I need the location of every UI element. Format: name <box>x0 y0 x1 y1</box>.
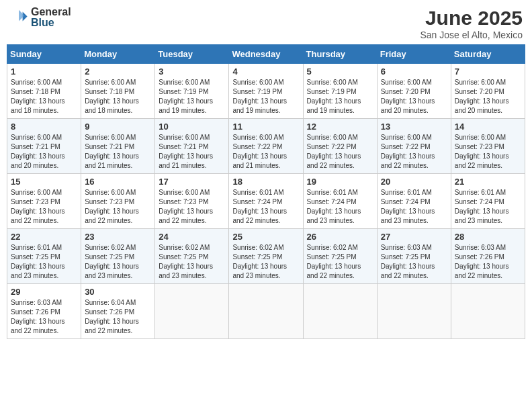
calendar-cell: 4 Sunrise: 6:00 AMSunset: 7:19 PMDayligh… <box>229 64 303 119</box>
title-section: June 2025 San Jose el Alto, Mexico <box>420 7 523 40</box>
cell-info: Sunrise: 6:00 AMSunset: 7:23 PMDaylight:… <box>159 189 213 224</box>
cell-info: Sunrise: 6:01 AMSunset: 7:25 PMDaylight:… <box>11 244 65 279</box>
day-of-week-header: Sunday <box>7 45 81 64</box>
calendar-cell: 1 Sunrise: 6:00 AMSunset: 7:18 PMDayligh… <box>7 64 81 119</box>
calendar-week-row: 29 Sunrise: 6:03 AMSunset: 7:26 PMDaylig… <box>7 284 525 339</box>
calendar-cell: 11 Sunrise: 6:00 AMSunset: 7:22 PMDaylig… <box>229 119 303 174</box>
cell-info: Sunrise: 6:02 AMSunset: 7:25 PMDaylight:… <box>307 244 361 279</box>
day-number: 20 <box>381 177 447 187</box>
day-number: 2 <box>85 66 151 77</box>
calendar-cell: 7 Sunrise: 6:00 AMSunset: 7:20 PMDayligh… <box>451 64 525 119</box>
day-number: 29 <box>11 287 77 297</box>
cell-info: Sunrise: 6:00 AMSunset: 7:23 PMDaylight:… <box>11 189 65 224</box>
logo-blue: Blue <box>31 17 71 28</box>
calendar-cell: 18 Sunrise: 6:01 AMSunset: 7:24 PMDaylig… <box>229 174 303 229</box>
cell-info: Sunrise: 6:00 AMSunset: 7:18 PMDaylight:… <box>85 79 139 114</box>
day-number: 4 <box>232 66 299 77</box>
page-header: General Blue June 2025 San Jose el Alto,… <box>7 7 525 40</box>
day-number: 15 <box>11 177 77 187</box>
calendar-cell: 17 Sunrise: 6:00 AMSunset: 7:23 PMDaylig… <box>155 174 229 229</box>
cell-info: Sunrise: 6:02 AMSunset: 7:25 PMDaylight:… <box>159 244 213 279</box>
cell-info: Sunrise: 6:00 AMSunset: 7:19 PMDaylight:… <box>232 79 287 114</box>
calendar-cell: 26 Sunrise: 6:02 AMSunset: 7:25 PMDaylig… <box>303 229 377 284</box>
calendar-cell: 20 Sunrise: 6:01 AMSunset: 7:24 PMDaylig… <box>377 174 451 229</box>
day-number: 18 <box>232 177 299 187</box>
calendar-cell: 27 Sunrise: 6:03 AMSunset: 7:25 PMDaylig… <box>377 229 451 284</box>
cell-info: Sunrise: 6:00 AMSunset: 7:22 PMDaylight:… <box>307 134 361 169</box>
day-number: 10 <box>159 122 225 132</box>
calendar-cell: 30 Sunrise: 6:04 AMSunset: 7:26 PMDaylig… <box>81 284 155 339</box>
day-number: 11 <box>232 122 299 132</box>
calendar-cell: 5 Sunrise: 6:00 AMSunset: 7:19 PMDayligh… <box>303 64 377 119</box>
day-of-week-header: Friday <box>377 45 451 64</box>
calendar-cell: 25 Sunrise: 6:02 AMSunset: 7:25 PMDaylig… <box>229 229 303 284</box>
calendar-cell: 13 Sunrise: 6:00 AMSunset: 7:22 PMDaylig… <box>377 119 451 174</box>
calendar-cell <box>229 284 303 339</box>
calendar-cell <box>155 284 229 339</box>
cell-info: Sunrise: 6:01 AMSunset: 7:24 PMDaylight:… <box>455 189 509 224</box>
calendar-header-row: SundayMondayTuesdayWednesdayThursdayFrid… <box>7 45 525 64</box>
day-number: 3 <box>159 66 225 77</box>
cell-info: Sunrise: 6:00 AMSunset: 7:21 PMDaylight:… <box>85 134 139 169</box>
calendar-table: SundayMondayTuesdayWednesdayThursdayFrid… <box>7 44 525 339</box>
calendar-week-row: 1 Sunrise: 6:00 AMSunset: 7:18 PMDayligh… <box>7 64 525 119</box>
calendar-cell: 10 Sunrise: 6:00 AMSunset: 7:21 PMDaylig… <box>155 119 229 174</box>
cell-info: Sunrise: 6:04 AMSunset: 7:26 PMDaylight:… <box>85 299 139 334</box>
cell-info: Sunrise: 6:00 AMSunset: 7:22 PMDaylight:… <box>232 134 287 169</box>
day-number: 28 <box>455 232 521 242</box>
cell-info: Sunrise: 6:03 AMSunset: 7:25 PMDaylight:… <box>381 244 435 279</box>
calendar-week-row: 8 Sunrise: 6:00 AMSunset: 7:21 PMDayligh… <box>7 119 525 174</box>
day-number: 6 <box>381 66 447 77</box>
day-number: 17 <box>159 177 225 187</box>
month-title: June 2025 <box>420 7 523 30</box>
day-number: 14 <box>455 122 521 132</box>
calendar-week-row: 15 Sunrise: 6:00 AMSunset: 7:23 PMDaylig… <box>7 174 525 229</box>
calendar-cell: 12 Sunrise: 6:00 AMSunset: 7:22 PMDaylig… <box>303 119 377 174</box>
cell-info: Sunrise: 6:00 AMSunset: 7:21 PMDaylight:… <box>159 134 213 169</box>
day-of-week-header: Thursday <box>303 45 377 64</box>
day-number: 19 <box>307 177 373 187</box>
cell-info: Sunrise: 6:01 AMSunset: 7:24 PMDaylight:… <box>232 189 287 224</box>
logo: General Blue <box>9 7 71 28</box>
cell-info: Sunrise: 6:00 AMSunset: 7:18 PMDaylight:… <box>11 79 65 114</box>
logo-general: General <box>31 7 71 17</box>
calendar-cell: 3 Sunrise: 6:00 AMSunset: 7:19 PMDayligh… <box>155 64 229 119</box>
day-number: 5 <box>307 66 373 77</box>
day-number: 1 <box>11 66 77 77</box>
cell-info: Sunrise: 6:02 AMSunset: 7:25 PMDaylight:… <box>232 244 287 279</box>
day-number: 7 <box>455 66 521 77</box>
day-number: 21 <box>455 177 521 187</box>
day-of-week-header: Monday <box>81 45 155 64</box>
day-number: 16 <box>85 177 151 187</box>
cell-info: Sunrise: 6:00 AMSunset: 7:20 PMDaylight:… <box>455 79 509 114</box>
logo-text: General Blue <box>31 7 71 28</box>
day-number: 22 <box>11 232 77 242</box>
cell-info: Sunrise: 6:00 AMSunset: 7:23 PMDaylight:… <box>85 189 139 224</box>
calendar-cell: 19 Sunrise: 6:01 AMSunset: 7:24 PMDaylig… <box>303 174 377 229</box>
calendar-cell: 22 Sunrise: 6:01 AMSunset: 7:25 PMDaylig… <box>7 229 81 284</box>
cell-info: Sunrise: 6:00 AMSunset: 7:21 PMDaylight:… <box>11 134 65 169</box>
calendar-cell: 8 Sunrise: 6:00 AMSunset: 7:21 PMDayligh… <box>7 119 81 174</box>
calendar-cell: 24 Sunrise: 6:02 AMSunset: 7:25 PMDaylig… <box>155 229 229 284</box>
day-number: 26 <box>307 232 373 242</box>
cell-info: Sunrise: 6:03 AMSunset: 7:26 PMDaylight:… <box>455 244 509 279</box>
logo-icon <box>9 8 28 27</box>
cell-info: Sunrise: 6:03 AMSunset: 7:26 PMDaylight:… <box>11 299 65 334</box>
calendar-cell: 28 Sunrise: 6:03 AMSunset: 7:26 PMDaylig… <box>451 229 525 284</box>
day-number: 27 <box>381 232 447 242</box>
day-number: 12 <box>307 122 373 132</box>
day-of-week-header: Tuesday <box>155 45 229 64</box>
day-number: 9 <box>85 122 151 132</box>
day-of-week-header: Saturday <box>451 45 525 64</box>
day-number: 23 <box>85 232 151 242</box>
day-number: 25 <box>232 232 299 242</box>
calendar-cell <box>451 284 525 339</box>
calendar-cell: 21 Sunrise: 6:01 AMSunset: 7:24 PMDaylig… <box>451 174 525 229</box>
day-number: 13 <box>381 122 447 132</box>
calendar-cell: 14 Sunrise: 6:00 AMSunset: 7:23 PMDaylig… <box>451 119 525 174</box>
calendar-cell <box>303 284 377 339</box>
calendar-cell: 2 Sunrise: 6:00 AMSunset: 7:18 PMDayligh… <box>81 64 155 119</box>
calendar-cell <box>377 284 451 339</box>
calendar-week-row: 22 Sunrise: 6:01 AMSunset: 7:25 PMDaylig… <box>7 229 525 284</box>
calendar-cell: 6 Sunrise: 6:00 AMSunset: 7:20 PMDayligh… <box>377 64 451 119</box>
